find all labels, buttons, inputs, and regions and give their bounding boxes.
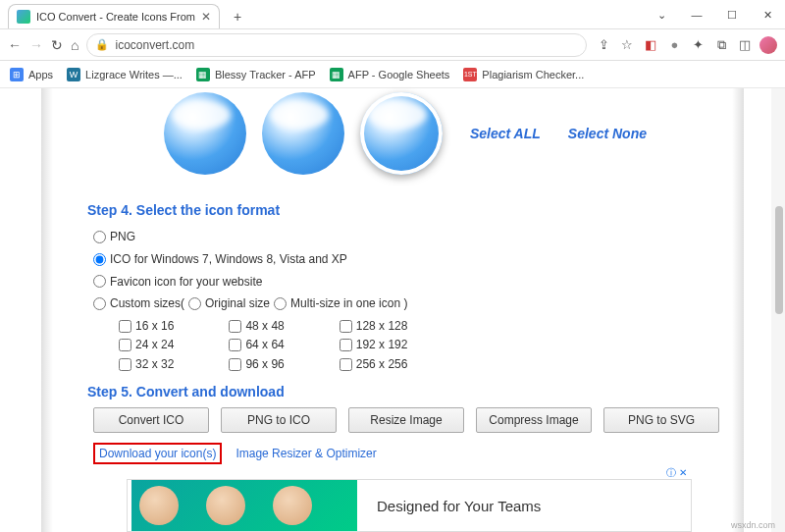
forward-button[interactable]: → [29, 35, 43, 55]
bookmark-lizgrace[interactable]: WLizgrace Writes —... [67, 68, 183, 81]
radio-custom[interactable] [93, 297, 106, 310]
result-links: Download your icon(s) Image Resizer & Op… [93, 443, 731, 464]
optimizer-link[interactable]: Image Resizer & Optimizer [236, 447, 376, 460]
1st-icon: 1ST [463, 68, 477, 81]
browser-titlebar: ICO Convert - Create Icons From ✕ + ⌄ — … [0, 0, 785, 29]
opt-ico[interactable]: ICO for Windows 7, Windows 8, Vista and … [93, 248, 731, 271]
address-bar[interactable]: 🔒 icoconvert.com [86, 33, 587, 57]
watermark: wsxdn.com [731, 520, 775, 530]
select-none-link[interactable]: Select None [568, 126, 647, 141]
size-24[interactable]: 24 x 24 [119, 336, 174, 354]
icon-preview-row: Select ALL Select None [54, 88, 731, 192]
bookmark-afp[interactable]: ▦AFP - Google Sheets [330, 68, 450, 81]
sidepanel-icon[interactable]: ◫ [736, 36, 754, 54]
back-button[interactable]: ← [8, 35, 22, 55]
size-192[interactable]: 192 x 192 [340, 336, 408, 354]
lock-icon: 🔒 [95, 38, 109, 51]
wordpress-icon: W [67, 68, 80, 81]
ad-text: Designed for Your Teams [377, 498, 541, 514]
scrollbar-thumb[interactable] [775, 206, 783, 314]
step4-title: Step 4. Select the icon format [87, 202, 731, 218]
bookmarks-bar: ⊞Apps WLizgrace Writes —... ▦Blessy Trac… [0, 61, 785, 88]
convert-ico-button[interactable]: Convert ICO [93, 407, 209, 433]
reader-icon[interactable]: ⧉ [712, 36, 730, 54]
ad-avatar-3 [273, 486, 312, 525]
radio-png[interactable] [93, 231, 106, 243]
size-96[interactable]: 96 x 96 [229, 355, 284, 374]
size-32[interactable]: 32 x 32 [119, 355, 174, 374]
extensions-icon[interactable]: ✦ [689, 36, 706, 54]
share-icon[interactable]: ⇪ [595, 36, 612, 54]
sheets-icon: ▦ [196, 68, 210, 81]
action-buttons: Convert ICO PNG to ICO Resize Image Comp… [93, 407, 731, 433]
tab-favicon [17, 10, 30, 24]
step5-title: Step 5. Convert and download [87, 384, 731, 399]
icon-preview-1[interactable] [164, 92, 246, 175]
window-minimize-icon[interactable]: — [679, 1, 714, 28]
radio-ico[interactable] [93, 253, 106, 266]
png-to-ico-button[interactable]: PNG to ICO [221, 407, 337, 433]
new-tab-button[interactable]: + [226, 5, 249, 28]
reload-button[interactable]: ↻ [51, 35, 63, 55]
radio-favicon[interactable] [93, 275, 106, 288]
ad-banner[interactable]: ⓘ ✕ Designed for Your Teams [127, 479, 692, 532]
extensions-area: ⇪ ☆ ◧ ● ✦ ⧉ ◫ ⋮ [595, 36, 785, 54]
opt-custom[interactable]: Custom sizes( Original size Multi-size i… [93, 293, 731, 315]
size-64[interactable]: 64 x 64 [229, 336, 284, 354]
ad-avatar-2 [206, 486, 245, 525]
size-16[interactable]: 16 x 16 [119, 317, 174, 336]
apps-bookmark[interactable]: ⊞Apps [10, 68, 53, 81]
icon-preview-3-selected[interactable] [360, 92, 443, 175]
window-maximize-icon[interactable]: ☐ [714, 1, 750, 28]
home-button[interactable]: ⌂ [71, 35, 78, 55]
resize-image-button[interactable]: Resize Image [348, 407, 464, 433]
window-controls: ⌄ — ☐ ✕ [644, 1, 785, 28]
bookmark-plagiarism[interactable]: 1STPlagiarism Checker... [463, 68, 584, 81]
bookmark-blessy[interactable]: ▦Blessy Tracker - AFP [196, 68, 316, 81]
apps-icon: ⊞ [10, 68, 24, 81]
browser-toolbar: ← → ↻ ⌂ 🔒 icoconvert.com ⇪ ☆ ◧ ● ✦ ⧉ ◫ ⋮ [0, 29, 785, 61]
icon-preview-2[interactable] [262, 92, 344, 175]
opt-favicon[interactable]: Favicon icon for your website [93, 271, 731, 293]
shadow-left [41, 88, 53, 532]
url-text: icoconvert.com [115, 38, 194, 52]
ublock-icon[interactable]: ◧ [642, 36, 659, 54]
radio-original[interactable] [188, 297, 201, 310]
window-close-icon[interactable]: ✕ [750, 1, 785, 28]
download-link[interactable]: Download your icon(s) [93, 443, 222, 464]
tab-title: ICO Convert - Create Icons From [36, 11, 195, 23]
size-checkboxes: 16 x 16 24 x 24 32 x 32 48 x 48 64 x 64 … [119, 317, 731, 374]
page-content: Select ALL Select None Step 4. Select th… [0, 88, 785, 532]
size-128[interactable]: 128 x 128 [340, 317, 408, 336]
ad-image [131, 480, 357, 531]
png-to-svg-button[interactable]: PNG to SVG [603, 407, 719, 433]
sheets-icon: ▦ [330, 68, 343, 81]
browser-tab[interactable]: ICO Convert - Create Icons From ✕ [8, 4, 220, 28]
ext-dot-icon[interactable]: ● [665, 36, 683, 54]
tab-close-icon[interactable]: ✕ [201, 10, 211, 24]
select-all-link[interactable]: Select ALL [470, 126, 541, 141]
size-48[interactable]: 48 x 48 [229, 317, 284, 336]
ad-avatar-1 [139, 486, 179, 525]
profile-avatar[interactable] [759, 36, 777, 54]
bookmark-star-icon[interactable]: ☆ [618, 36, 636, 54]
format-options: PNG ICO for Windows 7, Windows 8, Vista … [93, 226, 731, 315]
scrollbar-track[interactable] [771, 88, 785, 532]
compress-image-button[interactable]: Compress Image [476, 407, 592, 433]
shadow-right [732, 88, 744, 532]
window-dropdown-icon[interactable]: ⌄ [644, 1, 679, 28]
ad-close-icon[interactable]: ⓘ ✕ [666, 466, 687, 480]
opt-png[interactable]: PNG [93, 226, 731, 248]
radio-multi[interactable] [274, 297, 287, 310]
size-256[interactable]: 256 x 256 [340, 355, 408, 374]
